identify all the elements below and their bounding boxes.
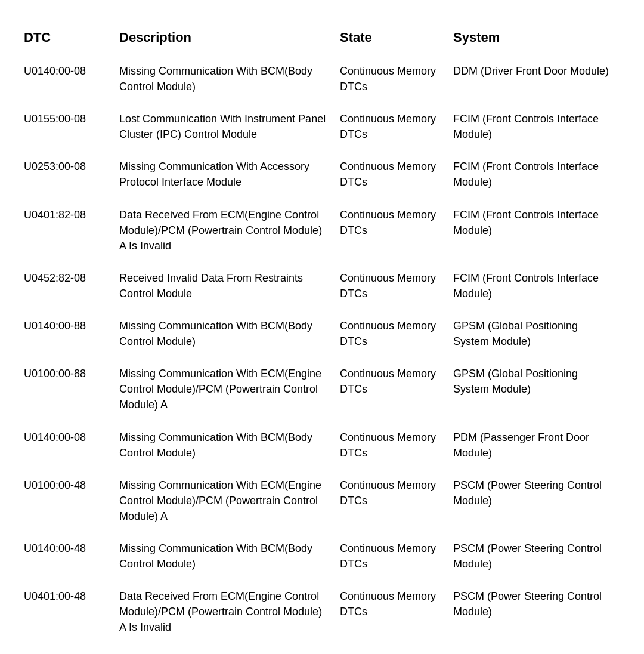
dtc-code: U0140:00-48 bbox=[24, 541, 119, 556]
dtc-description: Missing Communication With ECM(Engine Co… bbox=[119, 366, 340, 412]
dtc-code: U0140:00-08 bbox=[24, 63, 119, 79]
table-body: U0140:00-08Missing Communication With BC… bbox=[24, 55, 620, 654]
table-row: U0401:00-48Data Received From ECM(Engine… bbox=[24, 580, 620, 643]
table-row: U0155:00-08Lost Communication With Instr… bbox=[24, 103, 620, 150]
dtc-code: U0140:00-08 bbox=[24, 430, 119, 445]
dtc-state: Continuous Memory DTCs bbox=[340, 652, 453, 654]
dtc-system: FCIM (Front Controls Interface Module) bbox=[453, 159, 620, 190]
dtc-system: PSCM (Power Steering Control Module) bbox=[453, 652, 620, 654]
header-dtc: DTC bbox=[24, 30, 119, 45]
header-state: State bbox=[340, 30, 453, 45]
table-row: U0452:82-08Received Invalid Data From Re… bbox=[24, 262, 620, 310]
dtc-description: Missing Communication With Accessory Pro… bbox=[119, 159, 340, 190]
dtc-system: FCIM (Front Controls Interface Module) bbox=[453, 207, 620, 238]
table-row: U0140:00-08Missing Communication With BC… bbox=[24, 421, 620, 469]
dtc-description: Data Received From ECM(Engine Control Mo… bbox=[119, 588, 340, 635]
dtc-system: FCIM (Front Controls Interface Module) bbox=[453, 111, 620, 142]
dtc-code: U0100:00-88 bbox=[24, 366, 119, 381]
table-row: U0415:00-48Invalid Data Received From AB… bbox=[24, 643, 620, 654]
dtc-state: Continuous Memory DTCs bbox=[340, 318, 453, 349]
dtc-table: DTC Description State System U0140:00-08… bbox=[24, 24, 620, 654]
dtc-state: Continuous Memory DTCs bbox=[340, 111, 453, 142]
dtc-state: Continuous Memory DTCs bbox=[340, 270, 453, 301]
dtc-state: Continuous Memory DTCs bbox=[340, 430, 453, 461]
dtc-description: Missing Communication With BCM(Body Cont… bbox=[119, 541, 340, 572]
dtc-system: PSCM (Power Steering Control Module) bbox=[453, 541, 620, 572]
dtc-state: Continuous Memory DTCs bbox=[340, 159, 453, 190]
dtc-system: PSCM (Power Steering Control Module) bbox=[453, 588, 620, 619]
dtc-state: Continuous Memory DTCs bbox=[340, 63, 453, 94]
table-row: U0100:00-88Missing Communication With EC… bbox=[24, 357, 620, 421]
dtc-system: PSCM (Power Steering Control Module) bbox=[453, 477, 620, 508]
dtc-system: FCIM (Front Controls Interface Module) bbox=[453, 270, 620, 301]
dtc-code: U0415:00-48 bbox=[24, 652, 119, 654]
dtc-state: Continuous Memory DTCs bbox=[340, 541, 453, 572]
table-row: U0253:00-08Missing Communication With Ac… bbox=[24, 150, 620, 198]
dtc-code: U0401:82-08 bbox=[24, 207, 119, 223]
dtc-system: PDM (Passenger Front Door Module) bbox=[453, 430, 620, 461]
header-system: System bbox=[453, 30, 620, 45]
dtc-description: Missing Communication With BCM(Body Cont… bbox=[119, 318, 340, 349]
dtc-state: Continuous Memory DTCs bbox=[340, 366, 453, 397]
dtc-description: Data Received From ECM(Engine Control Mo… bbox=[119, 207, 340, 254]
table-row: U0140:00-48Missing Communication With BC… bbox=[24, 532, 620, 580]
table-row: U0140:00-08Missing Communication With BC… bbox=[24, 55, 620, 103]
dtc-code: U0100:00-48 bbox=[24, 477, 119, 493]
dtc-code: U0253:00-08 bbox=[24, 159, 119, 174]
header-description: Description bbox=[119, 30, 340, 45]
dtc-state: Continuous Memory DTCs bbox=[340, 207, 453, 238]
dtc-description: Lost Communication With Instrument Panel… bbox=[119, 111, 340, 142]
dtc-code: U0401:00-48 bbox=[24, 588, 119, 604]
table-header: DTC Description State System bbox=[24, 24, 620, 55]
dtc-code: U0140:00-88 bbox=[24, 318, 119, 334]
table-row: U0401:82-08Data Received From ECM(Engine… bbox=[24, 199, 620, 262]
dtc-description: Missing Communication With BCM(Body Cont… bbox=[119, 430, 340, 461]
table-row: U0100:00-48Missing Communication With EC… bbox=[24, 469, 620, 532]
dtc-system: DDM (Driver Front Door Module) bbox=[453, 63, 620, 79]
dtc-description: Missing Communication With ECM(Engine Co… bbox=[119, 477, 340, 524]
dtc-code: U0155:00-08 bbox=[24, 111, 119, 127]
dtc-system: GPSM (Global Positioning System Module) bbox=[453, 366, 620, 397]
dtc-state: Continuous Memory DTCs bbox=[340, 588, 453, 619]
dtc-description: Missing Communication With BCM(Body Cont… bbox=[119, 63, 340, 94]
dtc-description: Received Invalid Data From Restraints Co… bbox=[119, 270, 340, 301]
dtc-state: Continuous Memory DTCs bbox=[340, 477, 453, 508]
dtc-code: U0452:82-08 bbox=[24, 270, 119, 286]
dtc-system: GPSM (Global Positioning System Module) bbox=[453, 318, 620, 349]
table-row: U0140:00-88Missing Communication With BC… bbox=[24, 310, 620, 357]
dtc-description: Invalid Data Received From ABS (Anti-Loc… bbox=[119, 652, 340, 654]
